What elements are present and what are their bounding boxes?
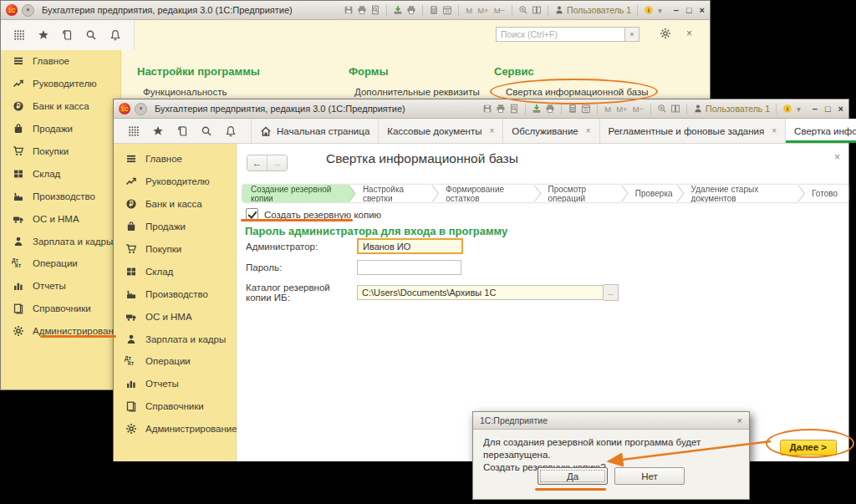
sidebar-item-sklad[interactable]: Склад <box>114 260 236 283</box>
favorites-star-icon[interactable] <box>152 125 164 137</box>
close-tab-icon[interactable]: × <box>586 126 591 135</box>
print-preview-icon[interactable] <box>509 104 519 114</box>
save-icon[interactable] <box>482 104 492 114</box>
menu-link-svertka[interactable]: Свертка информационной базы <box>506 87 649 97</box>
caret-down-icon[interactable]: ▾ <box>657 6 663 15</box>
search-icon[interactable] <box>85 29 97 41</box>
history-icon[interactable] <box>176 125 188 137</box>
system-menu-button[interactable]: ▾ <box>135 103 147 115</box>
split-view-icon[interactable] <box>532 5 542 15</box>
step-settings[interactable]: Настройка свертки <box>349 185 438 202</box>
quick-print-icon[interactable] <box>406 5 416 15</box>
memory-plus-button[interactable]: М+ <box>476 6 489 15</box>
notifications-bell-icon[interactable] <box>110 29 121 41</box>
close-button[interactable]: × <box>700 5 705 15</box>
sidebar-item-os-i-nma[interactable]: ОС и НМА <box>114 305 236 328</box>
yes-button[interactable]: Да <box>538 467 608 485</box>
import-icon[interactable] <box>532 104 542 114</box>
split-view-icon[interactable] <box>670 104 680 114</box>
favorites-star-icon[interactable] <box>38 29 49 41</box>
sidebar-item-operacii[interactable]: ДтКтОперации <box>114 350 236 373</box>
close-tab-icon[interactable]: × <box>489 126 494 135</box>
quick-print-icon[interactable] <box>545 104 555 114</box>
close-button[interactable]: × <box>838 104 843 114</box>
sidebar-item-pokupki[interactable]: Покупки <box>1 140 120 163</box>
settings-gear-icon[interactable] <box>660 28 671 39</box>
sidebar-item-os-i-nma[interactable]: ОС и НМА <box>1 207 120 230</box>
info-icon[interactable] <box>782 104 792 114</box>
sidebar-item-administrirovanie[interactable]: Администрирование <box>1 320 120 343</box>
sidebar-item-rukovoditelyu[interactable]: Руководителю <box>114 171 236 193</box>
system-menu-button[interactable]: ▾ <box>22 4 34 17</box>
sidebar-item-spravochniki[interactable]: Справочники <box>1 298 120 320</box>
memory-minus-button[interactable]: М− <box>493 6 506 15</box>
search-input[interactable] <box>496 27 624 42</box>
sidebar-item-otchety[interactable]: Отчеты <box>114 373 236 395</box>
current-user[interactable]: Пользователь 1 <box>554 5 631 15</box>
catalog-input[interactable] <box>357 285 604 300</box>
close-panel-icon[interactable]: × <box>686 28 692 39</box>
menu-link-dop-rekvizity[interactable]: Дополнительные реквизиты <box>354 87 480 97</box>
step-backup[interactable]: Создание резервной копии <box>242 185 355 202</box>
sidebar-item-bank-i-kassa[interactable]: Банк и касса <box>1 95 120 118</box>
create-backup-checkbox[interactable] <box>246 208 258 221</box>
sidebar-item-zarplata-i-kadry[interactable]: Зарплата и кадры <box>114 328 236 350</box>
password-input[interactable] <box>357 260 461 275</box>
main-menu-icon[interactable] <box>128 125 140 137</box>
current-user[interactable]: Пользователь 1 <box>693 104 770 114</box>
step-operations[interactable]: Просмотр операций <box>535 185 628 202</box>
tab-kassovye-dokumenty[interactable]: Кассовые документы × <box>379 119 503 143</box>
search-icon[interactable] <box>201 125 212 137</box>
sidebar-item-spravochniki[interactable]: Справочники <box>114 395 236 418</box>
info-icon[interactable] <box>644 5 654 15</box>
sidebar-item-operacii[interactable]: ДтКтОперации <box>1 252 120 275</box>
maximize-button[interactable]: □ <box>825 104 831 114</box>
zoom-icon[interactable] <box>657 104 667 114</box>
minimize-button[interactable]: – <box>813 104 818 114</box>
back-arrow-button[interactable]: ← <box>247 155 267 171</box>
browse-button[interactable]: ... <box>604 284 619 301</box>
maximize-button[interactable]: □ <box>686 5 692 15</box>
memory-button[interactable]: М <box>604 104 612 114</box>
save-icon[interactable] <box>344 5 354 15</box>
sidebar-item-proizvodstvo[interactable]: Производство <box>1 185 120 207</box>
menu-link-funkcionalnost[interactable]: Функциональность <box>143 87 260 97</box>
sidebar-item-bank-i-kassa[interactable]: Банк и касса <box>114 193 236 216</box>
close-page-icon[interactable]: × <box>834 151 840 163</box>
sidebar-item-glavnoe[interactable]: Главное <box>1 50 120 73</box>
history-icon[interactable] <box>61 29 73 41</box>
zoom-icon[interactable] <box>518 5 528 15</box>
print-icon[interactable] <box>357 5 367 15</box>
print-preview-icon[interactable] <box>370 5 380 15</box>
sidebar-item-glavnoe[interactable]: Главное <box>114 148 236 171</box>
tab-obsluzhivanie[interactable]: Обслуживание × <box>503 119 599 143</box>
tab-reglamentnye-zadaniya[interactable]: Регламентные и фоновые задания × <box>600 119 787 143</box>
dialog-close-icon[interactable]: × <box>737 415 742 425</box>
sidebar-item-otchety[interactable]: Отчеты <box>1 275 120 298</box>
forward-arrow-button[interactable]: → <box>267 155 287 171</box>
calculator-icon[interactable] <box>429 5 439 15</box>
notifications-bell-icon[interactable] <box>225 125 237 137</box>
sidebar-item-proizvodstvo[interactable]: Производство <box>114 283 236 305</box>
step-check[interactable]: Проверка <box>622 185 684 202</box>
no-button[interactable]: Нет <box>614 467 685 485</box>
sidebar-item-pokupki[interactable]: Покупки <box>114 238 236 261</box>
step-done[interactable]: Готово <box>798 185 848 202</box>
sidebar-item-zarplata-i-kadry[interactable]: Зарплата и кадры <box>1 230 120 252</box>
tab-svertka-bazy[interactable]: Свертка информационной базы × <box>786 119 856 143</box>
memory-plus-button[interactable]: М+ <box>615 104 628 114</box>
close-tab-icon[interactable]: × <box>772 126 777 135</box>
next-button[interactable]: Далее > <box>780 440 837 456</box>
sidebar-item-prodazhi[interactable]: Продажи <box>114 216 236 238</box>
calendar-icon[interactable] <box>442 5 452 15</box>
sidebar-item-rukovoditelyu[interactable]: Руководителю <box>1 73 120 95</box>
minimize-button[interactable]: – <box>674 5 679 15</box>
main-menu-icon[interactable] <box>13 29 25 41</box>
sidebar-item-administrirovanie[interactable]: Администрирование <box>114 418 236 440</box>
step-delete-old[interactable]: Удаление старых документов <box>678 185 805 202</box>
sidebar-item-sklad[interactable]: Склад <box>1 162 120 185</box>
calendar-icon[interactable] <box>581 104 591 114</box>
tab-home[interactable]: Начальная страница <box>252 119 379 143</box>
print-icon[interactable] <box>496 104 506 114</box>
memory-button[interactable]: М <box>465 6 473 15</box>
